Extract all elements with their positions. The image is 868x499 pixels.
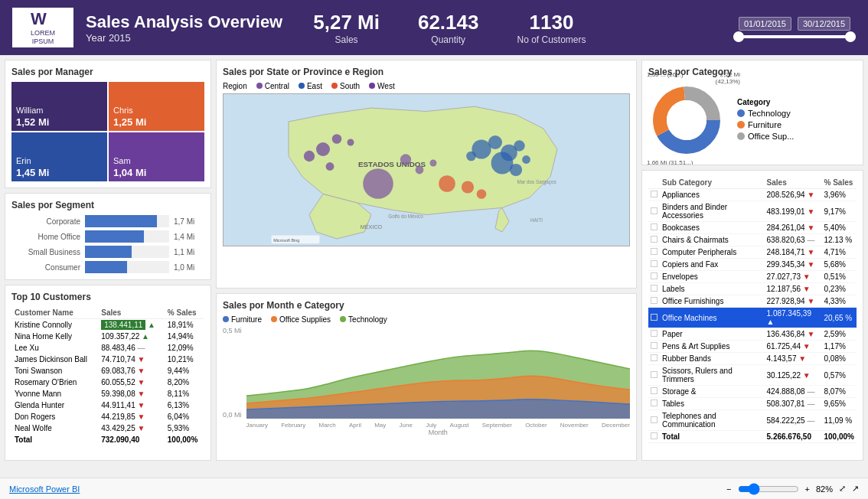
donut-chart[interactable]: 1,39 ... (26...) 2,22 Mi(42,13%) 1,66 Mi… bbox=[648, 82, 725, 158]
list-item[interactable]: Telephones and Communication bbox=[660, 410, 765, 431]
sam-value: 1,04 Mi bbox=[113, 167, 200, 178]
date-start[interactable]: 01/01/2015 bbox=[739, 17, 791, 31]
legend-furniture[interactable]: Furniture bbox=[737, 120, 794, 129]
logo-icon: W bbox=[31, 9, 55, 29]
bubble-west-2[interactable] bbox=[332, 134, 342, 144]
date-end[interactable]: 30/12/2015 bbox=[798, 17, 850, 31]
zoom-plus-icon[interactable]: + bbox=[805, 484, 810, 494]
list-item[interactable]: Envelopes bbox=[660, 271, 765, 283]
right-column: Sales por Category 1,39 ... (26...) 2,22… bbox=[641, 60, 863, 461]
bubble-east-2[interactable] bbox=[488, 135, 502, 149]
legend-furniture-label: Furniture bbox=[748, 120, 782, 129]
zoom-minus-icon[interactable]: − bbox=[726, 484, 731, 494]
kpi-quantity-label: Quantity bbox=[418, 34, 479, 45]
list-item[interactable]: Storage & bbox=[660, 386, 765, 398]
chart-area: January February March April May June Ju… bbox=[246, 327, 630, 436]
bubble-central-3[interactable] bbox=[416, 166, 424, 174]
list-item[interactable]: Yvonne Mann bbox=[11, 388, 98, 400]
bubble-east-8[interactable] bbox=[522, 155, 530, 164]
list-item[interactable]: Copiers and Fax bbox=[660, 259, 765, 271]
zoom-slider[interactable] bbox=[738, 483, 799, 495]
date-inputs[interactable]: 01/01/2015 30/12/2015 bbox=[739, 17, 850, 31]
bubble-central-4[interactable] bbox=[430, 160, 437, 167]
bubble-central-1[interactable] bbox=[363, 168, 393, 199]
bubble-west-4[interactable] bbox=[348, 139, 354, 146]
list-item[interactable]: Lee Xu bbox=[11, 342, 98, 354]
list-item[interactable]: Rubber Bands bbox=[660, 353, 765, 365]
slider-thumb-left[interactable] bbox=[733, 31, 744, 42]
month-nov: November bbox=[560, 422, 589, 429]
list-item[interactable]: Appliances bbox=[660, 189, 765, 201]
seg-consumer[interactable]: Consumer 1,0 Mi bbox=[11, 261, 204, 273]
legend-west[interactable]: West bbox=[369, 82, 395, 90]
legend-central[interactable]: Central bbox=[256, 82, 289, 90]
share-icon[interactable]: ↗ bbox=[852, 484, 859, 494]
manager-william[interactable]: William 1,52 Mi bbox=[11, 82, 107, 131]
donut-label-tr: 2,22 Mi(42,13%) bbox=[716, 71, 740, 85]
list-item[interactable]: Glenda Hunter bbox=[11, 400, 98, 411]
header: W LOREMIPSUM Sales Analysis Overview Yea… bbox=[0, 0, 868, 55]
list-item[interactable]: Office Machines bbox=[660, 308, 765, 328]
seg-smallbiz[interactable]: Small Business 1,1 Mi bbox=[11, 246, 204, 258]
legend-tech[interactable]: Technology bbox=[737, 109, 794, 118]
kpi-customers-value: 1130 bbox=[517, 11, 586, 34]
list-item[interactable]: Office Furnishings bbox=[660, 295, 765, 308]
list-item[interactable]: Tables bbox=[660, 398, 765, 410]
map-label-mexico: MÉXICO bbox=[361, 223, 383, 230]
list-item[interactable]: Labels bbox=[660, 283, 765, 295]
bubble-west-5[interactable] bbox=[326, 162, 334, 171]
bubble-south-3[interactable] bbox=[477, 189, 487, 199]
powerbi-link[interactable]: Microsoft Power BI bbox=[9, 484, 80, 494]
list-item[interactable]: Rosemary O'Brien bbox=[11, 377, 98, 388]
col-cb bbox=[648, 177, 660, 189]
month-jul: July bbox=[426, 422, 436, 429]
col-subcat-sales: Sales bbox=[765, 177, 822, 189]
bubble-west-3[interactable] bbox=[304, 151, 315, 161]
list-item[interactable]: Kristine Connolly bbox=[11, 319, 98, 331]
bubble-east-4[interactable] bbox=[514, 140, 524, 151]
month-aug: August bbox=[450, 422, 469, 429]
list-item[interactable]: Toni Swanson bbox=[11, 365, 98, 377]
month-dec: December bbox=[602, 422, 630, 429]
list-item[interactable]: Binders and Binder Accessories bbox=[660, 201, 765, 222]
list-item[interactable]: Don Rogers bbox=[11, 411, 98, 422]
legend-technology[interactable]: Technology bbox=[340, 315, 387, 324]
seg-homeoffice[interactable]: Home Office 1,4 Mi bbox=[11, 230, 204, 243]
list-item[interactable]: Chairs & Chairmats bbox=[660, 234, 765, 246]
manager-erin[interactable]: Erin 1,45 Mi bbox=[11, 132, 107, 181]
bubble-south-1[interactable] bbox=[439, 175, 455, 192]
date-slider[interactable] bbox=[733, 35, 856, 38]
list-item[interactable]: Total bbox=[660, 431, 765, 443]
list-item[interactable]: James Dickinson Ball bbox=[11, 354, 98, 365]
expand-icon[interactable]: ⤢ bbox=[839, 484, 846, 494]
erin-value: 1,45 Mi bbox=[16, 167, 103, 178]
list-item[interactable]: Neal Wolfe bbox=[11, 422, 98, 434]
list-item[interactable]: Paper bbox=[660, 328, 765, 341]
legend-office[interactable]: Office Sup... bbox=[737, 132, 794, 141]
donut-dot-tech bbox=[737, 109, 745, 117]
list-item[interactable]: Bookcases bbox=[660, 222, 765, 234]
list-item[interactable]: Scissors, Rulers and Trimmers bbox=[660, 365, 765, 386]
list-item[interactable]: Total bbox=[11, 434, 98, 445]
slider-thumb-right[interactable] bbox=[845, 31, 856, 42]
manager-sam[interactable]: Sam 1,04 Mi bbox=[109, 132, 204, 181]
bubble-west-1[interactable] bbox=[316, 142, 330, 156]
bubble-east-6[interactable] bbox=[510, 164, 522, 176]
list-item[interactable]: Computer Peripherals bbox=[660, 246, 765, 259]
bubble-east-7[interactable] bbox=[466, 152, 476, 161]
map-title: Sales por State or Province e Region bbox=[223, 67, 630, 77]
william-name: William bbox=[16, 106, 103, 115]
seg-corporate[interactable]: Corporate 1,7 Mi bbox=[11, 215, 204, 227]
legend-south[interactable]: South bbox=[331, 82, 360, 90]
manager-chris[interactable]: Chris 1,25 Mi bbox=[109, 82, 204, 131]
month-jun: June bbox=[400, 422, 413, 429]
legend-east[interactable]: East bbox=[299, 82, 322, 90]
legend-furniture[interactable]: Furniture bbox=[223, 315, 262, 324]
bubble-central-2[interactable] bbox=[400, 154, 411, 165]
list-item[interactable]: Pens & Art Supplies bbox=[660, 341, 765, 353]
map-container[interactable]: ESTADOS UNIDOS MÉXICO Golfo do México Ma… bbox=[223, 93, 630, 246]
list-item[interactable]: Nina Horne Kelly bbox=[11, 331, 98, 342]
bubble-south-2[interactable] bbox=[462, 181, 474, 193]
col-subcat: Sub Category bbox=[660, 177, 765, 189]
legend-office-supplies[interactable]: Office Supplies bbox=[271, 315, 331, 324]
